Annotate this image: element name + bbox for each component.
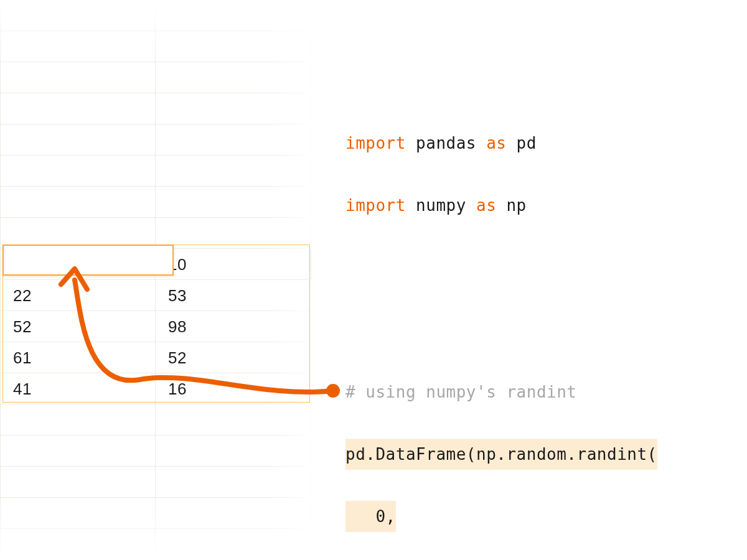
table-cell: 53: [156, 280, 311, 311]
keyword: as: [486, 134, 506, 152]
table-row: 52 10: [0, 249, 311, 280]
code-line: 0,: [345, 501, 657, 532]
table-cell: 52: [0, 311, 156, 342]
highlighted-code: 0,: [345, 501, 396, 532]
table-row: 61 52: [0, 342, 311, 373]
table-cell: 98: [156, 311, 311, 342]
table-cell: 16: [156, 373, 311, 404]
code-line: import numpy as np: [345, 190, 657, 221]
table-cell: 61: [0, 342, 156, 373]
table-cell: 52: [0, 249, 156, 280]
keyword: import: [345, 134, 406, 152]
table-cell: 52: [156, 342, 311, 373]
table-row: 22 53: [0, 280, 311, 311]
keyword: import: [345, 196, 406, 215]
spreadsheet-grid: 52 10 22 53 52 98 61 52 41 16: [0, 0, 311, 560]
table-cell: 22: [0, 280, 156, 311]
code-line: import pandas as pd: [345, 128, 657, 159]
keyword: as: [476, 196, 496, 215]
table-row: 52 98: [0, 311, 311, 342]
code-line: pd.DataFrame(np.random.randint(: [345, 439, 657, 470]
table-cell: 41: [0, 373, 156, 404]
table-cell: 10: [156, 249, 311, 280]
code-line-blank: [345, 252, 657, 283]
code-line-blank: [345, 314, 657, 345]
arrow-start-dot-icon: [326, 384, 340, 398]
code-comment: # using numpy's randint: [345, 376, 657, 408]
table-row: 41 16: [0, 373, 311, 404]
code-block: import pandas as pd import numpy as np #…: [345, 96, 657, 560]
highlighted-code: pd.DataFrame(np.random.randint(: [345, 439, 657, 470]
